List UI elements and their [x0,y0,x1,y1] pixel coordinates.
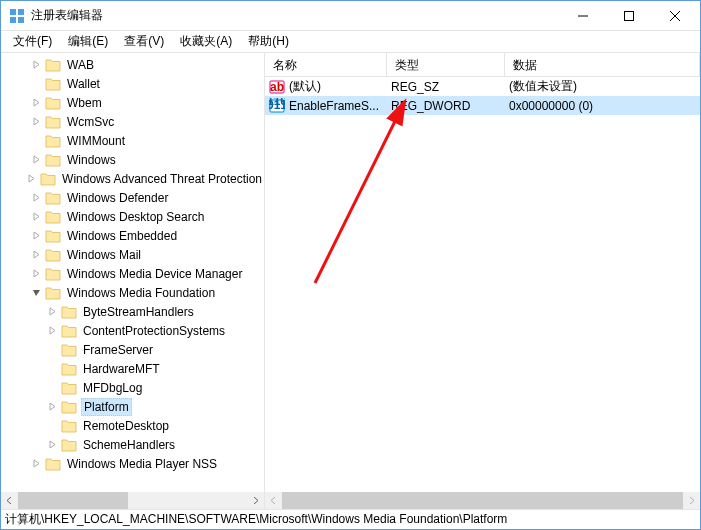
menu-bar: 文件(F) 编辑(E) 查看(V) 收藏夹(A) 帮助(H) [1,31,700,53]
folder-icon [45,229,61,243]
tree-item[interactable]: MFDbgLog [1,378,264,397]
folder-icon [61,343,77,357]
tree-item[interactable]: Windows Media Device Manager [1,264,264,283]
expand-icon[interactable] [29,267,43,281]
scroll-track[interactable] [282,492,683,509]
minimize-button[interactable] [560,1,606,31]
expand-icon[interactable] [29,248,43,262]
collapse-icon[interactable] [29,286,43,300]
maximize-button[interactable] [606,1,652,31]
folder-icon [45,286,61,300]
tree-item[interactable]: Windows Media Foundation [1,283,264,302]
tree-item[interactable]: Windows Defender [1,188,264,207]
expand-icon[interactable] [29,457,43,471]
window-title: 注册表编辑器 [31,7,560,24]
folder-icon [45,248,61,262]
expand-icon[interactable] [45,305,59,319]
menu-help[interactable]: 帮助(H) [240,31,297,52]
svg-text:110: 110 [269,98,285,108]
svg-rect-5 [625,11,634,20]
scroll-track[interactable] [18,492,247,509]
value-data: (数值未设置) [505,78,700,95]
close-button[interactable] [652,1,698,31]
tree-item[interactable]: Windows Mail [1,245,264,264]
tree-item[interactable]: HardwareMFT [1,359,264,378]
expand-icon[interactable] [29,96,43,110]
expand-icon[interactable] [45,324,59,338]
value-type: REG_SZ [387,80,505,94]
expand-icon[interactable] [29,115,43,129]
tree-item[interactable]: Wallet [1,74,264,93]
expand-icon[interactable] [29,58,43,72]
tree-item[interactable]: Wbem [1,93,264,112]
expand-icon[interactable] [45,400,59,414]
svg-rect-2 [10,17,16,23]
tree-item[interactable]: ByteStreamHandlers [1,302,264,321]
svg-rect-1 [18,9,24,15]
svg-rect-3 [18,17,24,23]
value-list[interactable]: ab(默认)REG_SZ(数值未设置)011110EnableFrameS...… [265,77,700,115]
expand-icon[interactable] [29,229,43,243]
scroll-right-button[interactable] [247,492,264,509]
folder-icon [61,362,77,376]
tree-item[interactable]: Windows Embedded [1,226,264,245]
list-row[interactable]: ab(默认)REG_SZ(数值未设置) [265,77,700,96]
column-header-name[interactable]: 名称 [265,53,387,76]
tree-item[interactable]: Windows Media Player NSS [1,454,264,473]
tree-item-label: Windows Mail [65,247,143,263]
svg-line-13 [315,101,405,283]
tree-item-label: RemoteDesktop [81,418,171,434]
tree-item-label: FrameServer [81,342,155,358]
tree-item[interactable]: SchemeHandlers [1,435,264,454]
tree-item[interactable]: Windows [1,150,264,169]
folder-icon [45,267,61,281]
column-header-data[interactable]: 数据 [505,53,700,76]
tree-item-label: Wallet [65,76,102,92]
value-type: REG_DWORD [387,99,505,113]
column-header-type[interactable]: 类型 [387,53,505,76]
tree-item-label: WcmSvc [65,114,116,130]
tree-item[interactable]: ContentProtectionSystems [1,321,264,340]
expand-icon[interactable] [29,153,43,167]
menu-favorites[interactable]: 收藏夹(A) [172,31,240,52]
list-horizontal-scrollbar[interactable] [265,492,700,509]
title-bar: 注册表编辑器 [1,1,700,31]
menu-file[interactable]: 文件(F) [5,31,60,52]
tree-item-label: Platform [81,398,132,416]
status-bar: 计算机\HKEY_LOCAL_MACHINE\SOFTWARE\Microsof… [1,509,700,529]
scroll-thumb[interactable] [18,492,128,509]
tree-item-label: Windows Embedded [65,228,179,244]
tree-item[interactable]: WAB [1,55,264,74]
tree-item-label: SchemeHandlers [81,437,177,453]
menu-view[interactable]: 查看(V) [116,31,172,52]
tree-item[interactable]: RemoteDesktop [1,416,264,435]
folder-icon [45,457,61,471]
folder-icon [45,115,61,129]
list-row[interactable]: 011110EnableFrameS...REG_DWORD0x00000000… [265,96,700,115]
tree-item[interactable]: WcmSvc [1,112,264,131]
tree-item[interactable]: Windows Advanced Threat Protection [1,169,264,188]
folder-icon [61,400,77,414]
tree-item[interactable]: FrameServer [1,340,264,359]
expand-icon[interactable] [29,191,43,205]
value-data: 0x00000000 (0) [505,99,700,113]
tree-item[interactable]: WIMMount [1,131,264,150]
scroll-left-button[interactable] [265,492,282,509]
tree-item-label: Windows Media Device Manager [65,266,244,282]
scroll-right-button[interactable] [683,492,700,509]
value-name: (默认) [289,78,321,95]
app-icon [9,8,25,24]
folder-icon [45,58,61,72]
expand-icon[interactable] [45,438,59,452]
expand-icon[interactable] [29,210,43,224]
scroll-left-button[interactable] [1,492,18,509]
tree-item[interactable]: Windows Desktop Search [1,207,264,226]
tree-item[interactable]: Platform [1,397,264,416]
tree-horizontal-scrollbar[interactable] [1,492,264,509]
registry-tree[interactable]: WABWalletWbemWcmSvcWIMMountWindowsWindow… [1,53,264,475]
status-path: 计算机\HKEY_LOCAL_MACHINE\SOFTWARE\Microsof… [5,511,507,528]
scroll-thumb[interactable] [282,492,683,509]
list-pane: 名称 类型 数据 ab(默认)REG_SZ(数值未设置)011110Enable… [265,53,700,509]
menu-edit[interactable]: 编辑(E) [60,31,116,52]
expand-icon[interactable] [26,172,38,186]
